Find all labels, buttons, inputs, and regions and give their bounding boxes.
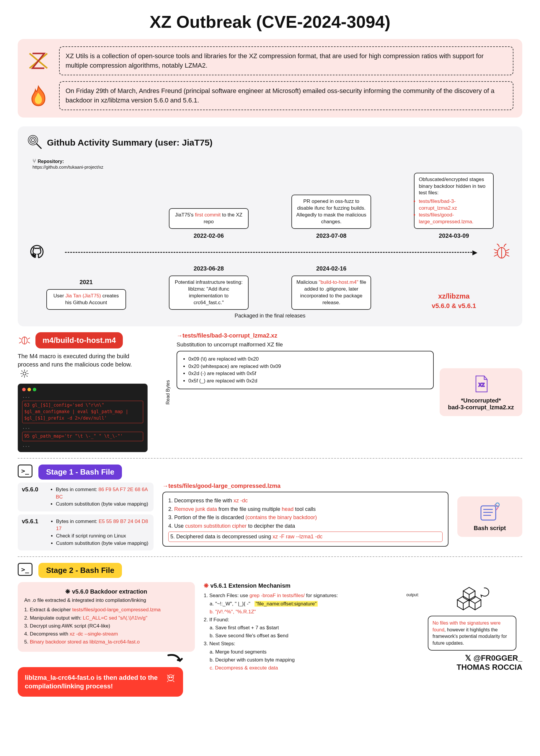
timeline-date: 2024-03-09	[439, 232, 469, 239]
timeline-date: 2023-07-08	[316, 232, 346, 239]
version-label: v5.6.1	[22, 518, 44, 525]
svg-text:XZ: XZ	[478, 382, 485, 387]
bug-icon	[493, 243, 510, 262]
terminal-icon: >_	[18, 465, 33, 478]
svg-point-2	[31, 138, 35, 142]
intro-description: XZ Utils is a collection of open-source …	[59, 46, 513, 75]
bug-icon: ❋	[65, 588, 70, 595]
timeline-date: 2022-02-06	[194, 232, 224, 239]
speech-bubble: No files with the signatures were found,…	[428, 616, 516, 651]
result-versions: v5.6.0 & v5.6.1	[432, 302, 476, 310]
timeline-date: 2023-06-28	[194, 265, 224, 272]
m4-description: The M4 macro is executed during the buil…	[18, 352, 142, 380]
skull-icon	[165, 673, 176, 691]
read-bytes-label: Read Bytes	[165, 380, 171, 404]
bug-icon	[18, 333, 31, 348]
result-lib: xz/libzma	[438, 292, 470, 300]
timeline-box: Potential infrastructure testing: liblzm…	[169, 275, 249, 310]
cubes-icon	[428, 582, 522, 613]
timeline-box: JiaT75's first commit to the XZ repo	[169, 208, 249, 229]
intro-discovery: On Friday 29th of March, Andres Freund (…	[59, 81, 513, 110]
stage2-left-card: ❋ v5.6.0 Backdoor extraction An .o file …	[18, 582, 195, 652]
fire-icon	[27, 84, 50, 107]
github-icon	[30, 244, 44, 260]
terminal-icon: >_	[18, 563, 33, 576]
svg-point-15	[168, 675, 173, 680]
timeline-date: 2021	[79, 279, 93, 286]
timeline-box: Malicious "build-to-host.m4" file added …	[291, 275, 371, 310]
version-label: v5.6.0	[22, 486, 44, 493]
gear-icon	[20, 373, 30, 380]
svg-point-17	[171, 677, 173, 678]
stage1-steps: 1. Decompress the file with xz -dc 2. Re…	[162, 492, 449, 546]
credit: 𝕏 @FR0GGER_ THOMAS ROCCIA	[428, 654, 522, 672]
package-note: Packaged in the final releases	[27, 313, 513, 319]
tests-file-label: →tests/files/good-large_compressed.lzma	[162, 483, 449, 489]
m4-badge: m4/build-to-host.m4	[36, 332, 123, 349]
svg-rect-10	[481, 506, 496, 520]
svg-point-1	[30, 137, 36, 143]
bytes-comment: Bytes in comment: 86 F9 5A F7 2E 68 6A B…	[56, 486, 149, 501]
timeline-box: PR opened in oss-fuzz to disable ifunc f…	[291, 195, 371, 229]
ext-mechanism-head: v5.6.1 Extension Mechanism	[210, 582, 291, 589]
xz-file-icon: XZ	[446, 374, 516, 394]
terminal-snippet: ... 63 gl_[$1]_config='sed \"r\n\" $gl_a…	[18, 383, 148, 452]
compilation-pill: liblzma_la-crc64-fast.o is then added to…	[18, 667, 183, 697]
tests-file-label: →tests/files/bad-3-corrupt_lzma2.xz	[177, 332, 434, 339]
timeline-date: 2024-02-16	[316, 265, 346, 272]
uncorrupted-card: XZ *Uncorrupted* bad-3-corrupt_lzma2.xz	[440, 368, 522, 416]
sub-heading: Substitution to uncorrupt malformed XZ f…	[177, 341, 434, 348]
timeline-box: User Jia Tan (JiaT75) creates his Github…	[46, 289, 126, 310]
bytes-comment: Bytes in comment: E5 55 89 B7 24 04 D8 1…	[56, 518, 149, 532]
page-title: XZ Outbreak (CVE-2024-3094)	[18, 12, 522, 32]
intro-card: XZ Utils is a collection of open-source …	[18, 39, 522, 117]
script-icon	[463, 502, 516, 523]
fingerprint-icon	[27, 134, 43, 152]
bash-script-card: Bash script	[457, 497, 522, 537]
xz-logo-icon	[27, 49, 50, 73]
github-activity-card: Github Activity Summary (user: JiaT75) ⑂…	[18, 126, 522, 326]
stage1-badge: Stage 1 - Bash File	[38, 465, 122, 480]
svg-point-8	[23, 372, 26, 375]
svg-point-16	[169, 677, 170, 678]
repo-info: ⑂ Repository: https://github.com/tukaani…	[33, 158, 513, 170]
github-heading: Github Activity Summary (user: JiaT75)	[47, 138, 212, 148]
svg-line-3	[36, 144, 41, 149]
arrow-down-icon	[165, 654, 183, 665]
ext-mechanism-steps: 1. Search Files: use grep -broaF in test…	[204, 591, 419, 672]
substitution-box: 0x09 (\t) are replaced with 0x20 0x20 (w…	[177, 351, 434, 389]
stage2-badge: Stage 2 - Bash File	[38, 563, 122, 578]
timeline-box: Obfuscated/encrypted stages binary backd…	[414, 173, 494, 229]
